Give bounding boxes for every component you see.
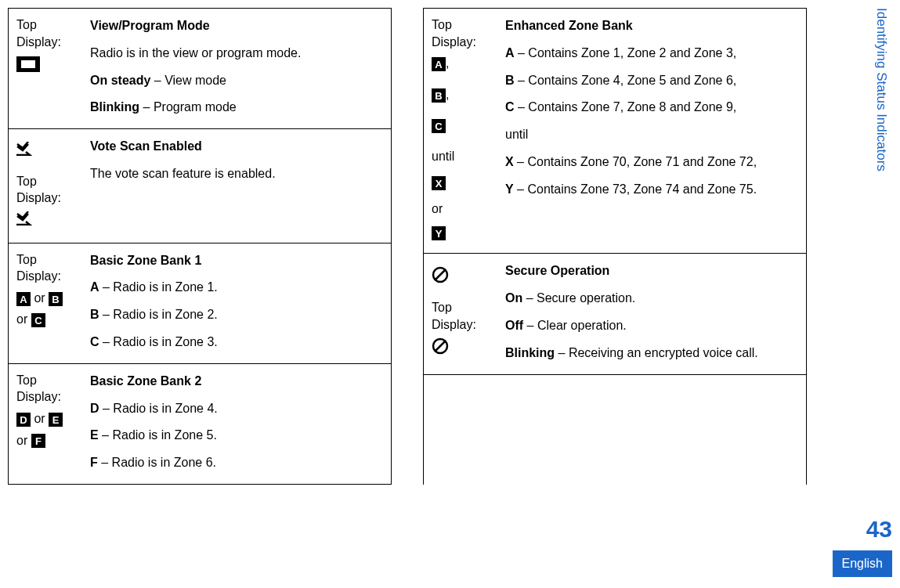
zone-f-icon: F (31, 434, 45, 448)
row-text: Radio is in the view or program mode. (90, 44, 383, 63)
icon-cell: Top Display: A, B, C until X or Y (424, 9, 502, 253)
svg-text:A: A (20, 294, 27, 305)
icon-label: Top Display: (16, 175, 61, 205)
row-text: B (505, 74, 515, 87)
row-title: Secure Operation (505, 262, 798, 281)
svg-text:C: C (34, 315, 42, 326)
svg-text:D: D (20, 414, 27, 426)
row-text: Blinking (505, 346, 555, 359)
secure-icon (432, 266, 449, 288)
table-row: Top Display: Vote Scan Enabled The vote … (9, 129, 391, 243)
icon-label: Top Display: (16, 373, 61, 404)
row-text: – Radio is in Zone 4. (99, 402, 218, 415)
svg-line-27 (435, 341, 446, 352)
row-text: A (90, 280, 99, 294)
row-text: – Radio is in Zone 1. (99, 280, 218, 294)
icon-cell: Top Display: D or E or F (9, 364, 87, 484)
svg-text:C: C (435, 121, 443, 132)
svg-text:Y: Y (436, 228, 443, 240)
row-text: – Receiving an encrypted voice call. (555, 346, 758, 359)
table-row: Top Display: A, B, C until X or Y Enhanc… (424, 9, 806, 254)
desc-cell: Secure Operation On – Secure operation. … (502, 254, 806, 373)
svg-text:B: B (435, 90, 442, 102)
row-text: On steady (90, 74, 150, 87)
row-text: F (90, 456, 98, 469)
page-number: 43 (866, 516, 892, 543)
desc-cell: Enhanced Zone Bank A – Contains Zone 1, … (502, 9, 806, 253)
table-row: Top Display: View/Program Mode Radio is … (9, 9, 391, 129)
desc-cell: Basic Zone Bank 2 D – Radio is in Zone 4… (87, 364, 391, 484)
language-badge: English (833, 550, 892, 577)
zone-b-icon: B (432, 88, 446, 103)
vote-scan-icon (16, 211, 35, 230)
icon-label: Top Display: (16, 253, 61, 283)
zone-e-icon: E (49, 413, 63, 427)
table-right: Top Display: A, B, C until X or Y Enhanc… (423, 8, 807, 485)
row-title: Basic Zone Bank 2 (90, 372, 383, 391)
zone-a-icon: A (16, 292, 31, 306)
icon-label: Top Display: (16, 18, 61, 49)
side-panel: Identifying Status Indicators 43 English (830, 0, 900, 588)
row-text: – View mode (150, 74, 226, 87)
row-text: D (90, 402, 99, 415)
secure-icon (432, 337, 449, 359)
zone-d-icon: D (16, 413, 31, 427)
svg-rect-1 (21, 60, 35, 68)
row-title: Enhanced Zone Bank (505, 16, 798, 36)
row-text: – Radio is in Zone 6. (98, 456, 216, 469)
row-text: until (505, 125, 798, 145)
page-content: Top Display: View/Program Mode Radio is … (0, 0, 900, 492)
icon-label: Top Display: (432, 18, 476, 49)
row-text: – Program mode (139, 100, 237, 114)
svg-text:X: X (436, 178, 443, 189)
until-text: until (432, 150, 454, 163)
row-text: C (90, 335, 99, 348)
row-text: – Contains Zone 70, Zone 71 and Zone 72, (514, 155, 757, 168)
table-row: Top Display: D or E or F Basic Zone Bank… (9, 364, 391, 485)
table-left: Top Display: View/Program Mode Radio is … (8, 8, 392, 485)
icon-label: Top Display: (432, 301, 476, 331)
or-text: or (31, 412, 49, 425)
icon-cell: Top Display: A or B or C (9, 243, 87, 363)
desc-cell: View/Program Mode Radio is in the view o… (87, 9, 391, 128)
row-text: – Secure operation. (522, 291, 635, 305)
desc-cell: Basic Zone Bank 1 A – Radio is in Zone 1… (87, 243, 391, 363)
row-text: E (90, 428, 99, 442)
row-text: B (90, 308, 99, 321)
section-title: Identifying Status Indicators (873, 8, 889, 171)
row-title: Basic Zone Bank 1 (90, 251, 383, 271)
row-text: On (505, 291, 522, 305)
row-text: – Contains Zone 7, Zone 8 and Zone 9, (515, 100, 737, 114)
svg-text:B: B (52, 294, 59, 305)
vote-scan-icon (16, 142, 35, 161)
zone-a-icon: A (432, 57, 446, 71)
row-text: – Contains Zone 73, Zone 74 and Zone 75. (514, 182, 757, 196)
or-text: or (16, 312, 31, 326)
svg-line-25 (435, 269, 446, 280)
row-text: – Contains Zone 1, Zone 2 and Zone 3, (515, 46, 737, 60)
or-text: or (31, 291, 49, 305)
row-text: X (505, 155, 514, 168)
or-text: or (432, 202, 443, 215)
row-text: – Contains Zone 4, Zone 5 and Zone 6, (515, 74, 737, 87)
row-text: C (505, 100, 515, 114)
view-program-icon (16, 56, 40, 72)
zone-y-icon: Y (432, 226, 446, 240)
zone-c-icon: C (432, 119, 446, 133)
svg-text:F: F (35, 435, 42, 447)
row-title: View/Program Mode (90, 16, 383, 36)
row-text: Blinking (90, 100, 139, 114)
table-row: Top Display: A or B or C Basic Zone Bank… (9, 243, 391, 364)
row-text: The vote scan feature is enabled. (90, 164, 383, 184)
table-row: Top Display: Secure Operation On – Secur… (424, 254, 806, 374)
desc-cell: Vote Scan Enabled The vote scan feature … (87, 129, 391, 242)
icon-cell: Top Display: (9, 9, 87, 128)
icon-cell: Top Display: (424, 254, 502, 373)
row-title: Vote Scan Enabled (90, 137, 383, 157)
zone-c-icon: C (31, 313, 45, 327)
svg-text:E: E (52, 414, 60, 426)
row-text: – Radio is in Zone 5. (99, 428, 217, 442)
zone-x-icon: X (432, 176, 446, 190)
row-text: Y (505, 182, 514, 196)
row-text: – Radio is in Zone 2. (99, 308, 218, 321)
